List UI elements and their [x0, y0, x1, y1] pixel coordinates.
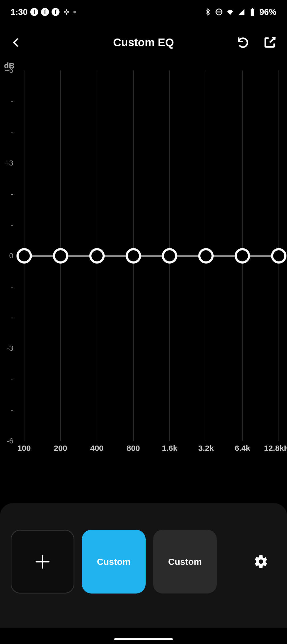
eq-plot[interactable] [16, 70, 287, 441]
eq-band-knob[interactable] [198, 248, 214, 264]
eq-band-knob[interactable] [53, 248, 68, 264]
x-tick-label: 100 [18, 444, 31, 453]
svg-rect-0 [64, 11, 66, 13]
preset-active-label: Custom [97, 557, 131, 567]
eq-band-knob[interactable] [235, 248, 250, 264]
eq-band-knob[interactable] [162, 248, 177, 264]
status-time: 1:30 [11, 7, 28, 17]
x-tick-label: 12.8kHz [264, 444, 287, 453]
svg-rect-3 [66, 13, 67, 15]
y-tick-label: - [11, 375, 13, 384]
y-tick-label: - [11, 406, 13, 414]
svg-rect-1 [67, 11, 69, 13]
slack-icon [62, 8, 71, 16]
status-bar: 1:30 f f f 96% [0, 0, 287, 24]
y-tick-label: - [11, 282, 13, 291]
signal-icon [237, 8, 246, 16]
page-title: Custom EQ [113, 36, 174, 49]
x-tick-label: 1.6k [162, 444, 177, 453]
app-header: Custom EQ [0, 24, 287, 61]
eq-band-knob[interactable] [126, 248, 141, 264]
settings-button[interactable] [254, 554, 268, 569]
do-not-disturb-icon [215, 8, 223, 16]
x-tick-label: 3.2k [198, 444, 214, 453]
wifi-icon [226, 8, 234, 16]
facebook-icon: f [52, 8, 60, 16]
preset-active[interactable]: Custom [82, 530, 146, 594]
y-tick-label: - [11, 221, 13, 229]
preset-inactive[interactable]: Custom [153, 530, 217, 594]
y-tick-label: - [11, 128, 13, 137]
y-tick-label: - [11, 313, 13, 322]
y-tick-label: -6 [7, 437, 13, 445]
svg-rect-2 [66, 9, 67, 11]
svg-rect-7 [252, 8, 253, 9]
x-axis: 1002004008001.6k3.2k6.4k12.8kHz [16, 444, 287, 457]
x-tick-label: 400 [90, 444, 104, 453]
status-left: 1:30 f f f [11, 7, 76, 17]
status-right: 96% [204, 7, 276, 17]
y-tick-label: +3 [5, 159, 13, 167]
facebook-icon: f [30, 8, 38, 16]
eq-chart: dB +6--+3--0---3---6 1002004008001.6k3.2… [0, 61, 287, 460]
x-tick-label: 800 [126, 444, 140, 453]
y-tick-label: +6 [5, 66, 13, 75]
x-tick-label: 200 [54, 444, 67, 453]
y-tick-label: -3 [7, 344, 13, 353]
gesture-bar[interactable] [114, 638, 173, 640]
back-button[interactable] [11, 35, 21, 50]
facebook-icon: f [41, 8, 49, 16]
notification-dot-icon [73, 11, 76, 13]
battery-percent: 96% [259, 7, 276, 17]
battery-icon [248, 8, 257, 16]
y-tick-label: 0 [9, 252, 13, 260]
eq-band-knob[interactable] [16, 248, 32, 264]
preset-panel: Custom Custom [0, 503, 287, 628]
eq-band-knob[interactable] [89, 248, 105, 264]
reset-button[interactable] [237, 36, 250, 49]
add-preset-button[interactable] [11, 530, 74, 594]
y-tick-label: - [11, 97, 13, 105]
preset-inactive-label: Custom [168, 557, 202, 567]
y-tick-label: - [11, 190, 13, 198]
x-tick-label: 6.4k [235, 444, 250, 453]
y-axis: +6--+3--0---3---6 [0, 61, 16, 460]
share-button[interactable] [263, 36, 276, 49]
bluetooth-icon [204, 8, 212, 16]
svg-rect-6 [251, 9, 254, 16]
eq-band-knob[interactable] [271, 248, 286, 264]
